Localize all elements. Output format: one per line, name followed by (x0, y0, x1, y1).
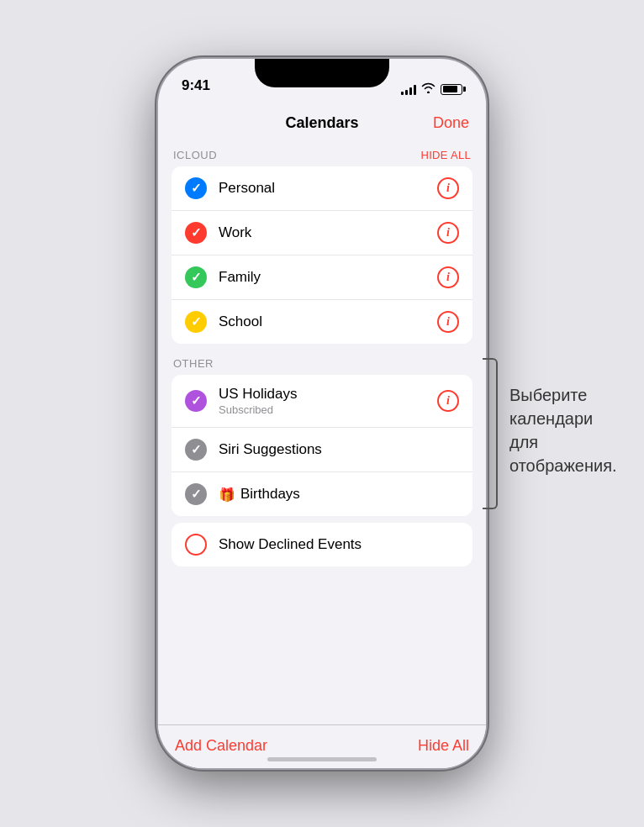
status-time: 9:41 (182, 77, 210, 96)
check-birthdays[interactable] (185, 483, 207, 505)
nav-header: Calendars Done (158, 101, 486, 142)
home-indicator (267, 757, 377, 761)
check-siri-suggestions[interactable] (185, 439, 207, 461)
info-personal-button[interactable]: i (437, 177, 459, 199)
list-item[interactable]: Family i (172, 255, 472, 300)
item-label: Siri Suggestions (219, 441, 459, 458)
check-family[interactable] (185, 266, 207, 288)
info-school-button[interactable]: i (437, 311, 459, 333)
item-label: Family (219, 269, 437, 286)
item-text-work: Work (219, 224, 437, 241)
add-calendar-button[interactable]: Add Calendar (175, 737, 267, 755)
spacer (158, 573, 486, 674)
info-us-holidays-button[interactable]: i (437, 390, 459, 412)
check-school[interactable] (185, 311, 207, 333)
declined-list-group: Show Declined Events (172, 523, 472, 566)
page-title: Calendars (285, 114, 358, 132)
hide-all-bottom-button[interactable]: Hide All (418, 737, 469, 755)
hide-all-button[interactable]: HIDE ALL (421, 149, 472, 161)
check-us-holidays[interactable] (185, 390, 207, 412)
other-label: OTHER (173, 357, 214, 370)
signal-icon (401, 84, 416, 95)
item-sublabel: Subscribed (219, 403, 437, 416)
list-item[interactable]: Show Declined Events (172, 523, 472, 566)
declined-section: Show Declined Events (158, 523, 486, 566)
annotation-text: Выберите календари для отображения. (509, 350, 619, 477)
item-text-show-declined: Show Declined Events (219, 536, 459, 553)
item-label: US Holidays (219, 386, 437, 403)
other-section: OTHER US Holidays Subscribed i (158, 350, 486, 516)
icloud-list-group: Personal i Work i (172, 166, 472, 344)
icloud-label: ICLOUD (173, 149, 217, 161)
item-text-personal: Personal (219, 180, 437, 197)
annotation-bracket (483, 358, 498, 509)
item-label: Personal (219, 180, 437, 197)
list-item[interactable]: School i (172, 300, 472, 344)
notch (255, 59, 389, 87)
phone-frame: 9:41 (158, 59, 486, 768)
list-container: ICLOUD HIDE ALL Personal i (158, 142, 486, 724)
item-text-family: Family (219, 269, 437, 286)
other-list-group: US Holidays Subscribed i Siri Suggestion… (172, 375, 472, 516)
check-personal[interactable] (185, 177, 207, 199)
item-label: Show Declined Events (219, 536, 459, 553)
icloud-section-header: ICLOUD HIDE ALL (158, 142, 486, 166)
annotation: Выберите календари для отображения. (483, 350, 619, 509)
check-work[interactable] (185, 222, 207, 244)
check-show-declined[interactable] (185, 534, 207, 556)
item-label: Work (219, 224, 437, 241)
other-section-header: OTHER (158, 350, 486, 375)
item-text-siri-suggestions: Siri Suggestions (219, 441, 459, 458)
gift-icon: 🎁 (219, 487, 235, 503)
item-text-birthdays: 🎁 Birthdays (219, 486, 459, 503)
list-item[interactable]: Work i (172, 211, 472, 255)
item-label: Birthdays (240, 486, 300, 503)
battery-icon (441, 84, 462, 95)
list-item[interactable]: 🎁 Birthdays (172, 472, 472, 516)
info-family-button[interactable]: i (437, 266, 459, 288)
status-icons (401, 82, 462, 96)
item-label: School (219, 313, 437, 330)
list-item[interactable]: US Holidays Subscribed i (172, 375, 472, 428)
info-work-button[interactable]: i (437, 222, 459, 244)
done-button[interactable]: Done (433, 114, 469, 132)
item-text-school: School (219, 313, 437, 330)
main-content: Calendars Done ICLOUD HIDE ALL (158, 101, 486, 768)
wifi-icon (421, 82, 435, 96)
item-text-us-holidays: US Holidays Subscribed (219, 386, 437, 416)
bottom-bar: Add Calendar Hide All (158, 724, 486, 768)
list-item[interactable]: Personal i (172, 166, 472, 211)
icloud-section: ICLOUD HIDE ALL Personal i (158, 142, 486, 344)
list-item[interactable]: Siri Suggestions (172, 428, 472, 472)
